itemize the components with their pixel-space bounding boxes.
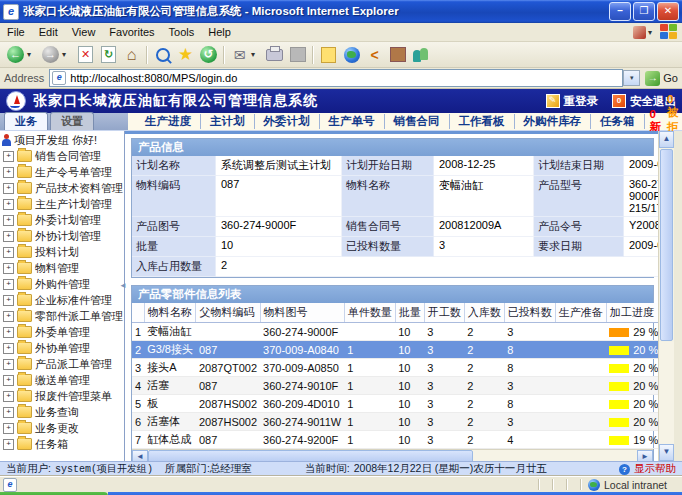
expand-icon[interactable]	[3, 343, 14, 354]
search-icon[interactable]	[152, 44, 173, 65]
table-row[interactable]: 3 接头A2087QT002 370-009-A08501 103 28 20 …	[132, 359, 658, 377]
close-button[interactable]: ✕	[657, 2, 679, 21]
sidebar-item-outsource-order[interactable]: 外委单管理	[0, 324, 124, 340]
maximize-button[interactable]: ❐	[633, 2, 655, 21]
nav-sales-contract[interactable]: 销售合同	[385, 114, 450, 129]
col-progress[interactable]: 加工进度	[606, 303, 658, 323]
menu-file[interactable]: File	[0, 24, 32, 40]
tab-settings[interactable]: 设置	[50, 112, 94, 130]
go-button[interactable]: → Go	[645, 71, 678, 86]
address-dropdown-icon[interactable]: ▾	[623, 70, 640, 86]
sidebar-collapse-handle[interactable]: ◄	[119, 281, 127, 290]
expand-icon[interactable]	[3, 439, 14, 450]
sidebar-item-master-production-plan[interactable]: 主生产计划管理	[0, 196, 124, 212]
expand-icon[interactable]	[3, 151, 14, 162]
table-row[interactable]: 1 变幅油缸 360-274-9000F 103 23 29 %	[132, 323, 658, 341]
messenger-icon[interactable]	[410, 44, 431, 65]
sidebar-item-outsource-plan[interactable]: 外委计划管理	[0, 212, 124, 228]
sidebar-item-scrap-parts[interactable]: 报废件管理菜单	[0, 388, 124, 404]
url-text[interactable]: http://localhost:8080/MPS/login.do	[70, 72, 620, 84]
expand-icon[interactable]	[3, 359, 14, 370]
edit-icon[interactable]	[287, 44, 308, 65]
expand-icon[interactable]	[3, 327, 14, 338]
sidebar-item-tech-docs[interactable]: 产品技术资料管理	[0, 180, 124, 196]
table-row[interactable]: 7 缸体总成087 360-274-9200F1 103 24 19 %	[132, 431, 658, 449]
favorites-icon[interactable]: ★	[175, 44, 196, 65]
scroll-down-icon[interactable]: ▼	[659, 444, 674, 461]
research-icon[interactable]	[387, 44, 408, 65]
help-icon[interactable]: ?	[619, 464, 630, 475]
menu-edit[interactable]: Edit	[32, 24, 65, 40]
expand-icon[interactable]	[3, 263, 14, 274]
expand-icon[interactable]	[3, 183, 14, 194]
col-issued[interactable]: 已投料数	[504, 303, 555, 323]
menu-view[interactable]: View	[65, 24, 103, 40]
expand-icon[interactable]	[3, 199, 14, 210]
expand-icon[interactable]	[3, 215, 14, 226]
nav-work-board[interactable]: 工作看板	[450, 114, 515, 129]
show-help-link[interactable]: 显示帮助	[634, 462, 676, 476]
expand-icon[interactable]	[3, 423, 14, 434]
toolbar-brand-icon[interactable]	[633, 26, 646, 39]
sidebar-item-sales-contract[interactable]: 销售合同管理	[0, 148, 124, 164]
home-icon[interactable]: ⌂	[121, 44, 142, 65]
sidebar-item-product-dispatch[interactable]: 产品派工单管理	[0, 356, 124, 372]
sidebar-item-business-change[interactable]: 业务更改	[0, 420, 124, 436]
col-started[interactable]: 开工数	[424, 303, 464, 323]
sidebar-item-business-query[interactable]: 业务查询	[0, 404, 124, 420]
col-batch[interactable]: 批量	[395, 303, 424, 323]
expand-icon[interactable]	[3, 247, 14, 258]
expand-icon[interactable]	[3, 279, 14, 290]
back-icon[interactable]: ←	[5, 44, 26, 65]
expand-icon[interactable]	[3, 391, 14, 402]
menu-help[interactable]: Help	[201, 24, 238, 40]
menu-favorites[interactable]: Favorites	[102, 24, 161, 40]
expand-icon[interactable]	[3, 295, 14, 306]
col-drawing-no[interactable]: 物料图号	[260, 303, 344, 323]
scroll-up-icon[interactable]: ▲	[659, 131, 674, 148]
forward-dropdown-icon[interactable]: ▾	[62, 50, 66, 59]
address-input[interactable]: e http://localhost:8080/MPS/login.do	[49, 69, 623, 87]
table-row[interactable]: 5 板2087HS002 360-209-4D0101 103 28 20 %	[132, 395, 658, 413]
sidebar-item-part-dispatch[interactable]: 零部件派工单管理	[0, 308, 124, 324]
col-material-name[interactable]: 物料名称	[144, 303, 196, 323]
mail-icon[interactable]: ✉	[229, 44, 250, 65]
relogin-button[interactable]: ✎ 重登录	[546, 94, 599, 109]
history-icon[interactable]: ↺	[198, 44, 219, 65]
sidebar-item-feeding-plan[interactable]: 投料计划	[0, 244, 124, 260]
mail-dropdown-icon[interactable]: ▾	[251, 50, 255, 59]
expand-icon[interactable]	[3, 311, 14, 322]
sidebar-item-production-order-no[interactable]: 生产令号单管理	[0, 164, 124, 180]
scroll-right-icon[interactable]: ►	[637, 450, 653, 461]
expand-icon[interactable]	[3, 167, 14, 178]
sidebar-item-material-mgmt[interactable]: 物料管理	[0, 260, 124, 276]
col-stocked[interactable]: 入库数	[464, 303, 504, 323]
sidebar-item-coop-order[interactable]: 外协单管理	[0, 340, 124, 356]
notes-icon[interactable]	[318, 44, 339, 65]
nav-outsource-plan[interactable]: 外委计划	[255, 114, 320, 129]
table-row[interactable]: 4 活塞087 360-274-9010F1 103 23 20 %	[132, 377, 658, 395]
expand-icon[interactable]	[3, 375, 14, 386]
sidebar-item-standard-parts[interactable]: 企业标准件管理	[0, 292, 124, 308]
sidebar-item-delivery-order[interactable]: 缴送单管理	[0, 372, 124, 388]
expand-icon[interactable]	[3, 407, 14, 418]
nav-master-plan[interactable]: 主计划	[201, 114, 255, 129]
col-prep[interactable]: 生产准备	[555, 303, 606, 323]
messenger-globe-icon[interactable]	[341, 44, 362, 65]
nav-production-progress[interactable]: 生产进度	[136, 114, 201, 129]
col-unit-qty[interactable]: 单件数量	[344, 303, 395, 323]
print-icon[interactable]	[264, 44, 285, 65]
sidebar-item-coop-plan[interactable]: 外协计划管理	[0, 228, 124, 244]
menu-tools[interactable]: Tools	[162, 24, 202, 40]
forward-icon[interactable]: →	[40, 44, 61, 65]
nav-purchased-stock[interactable]: 外购件库存	[515, 114, 592, 129]
sidebar-item-task-box[interactable]: 任务箱	[0, 436, 124, 452]
angle-tool-icon[interactable]: <	[364, 44, 385, 65]
scroll-left-icon[interactable]: ◄	[132, 450, 148, 461]
expand-icon[interactable]	[3, 231, 14, 242]
brand-dropdown-icon[interactable]: ▾	[648, 28, 652, 37]
parts-table-hscrollbar[interactable]: ◄ ►	[132, 449, 653, 461]
minimize-button[interactable]: –	[609, 2, 631, 21]
sidebar-item-purchased-parts[interactable]: 外购件管理	[0, 276, 124, 292]
col-parent-code[interactable]: 父物料编码	[196, 303, 260, 323]
